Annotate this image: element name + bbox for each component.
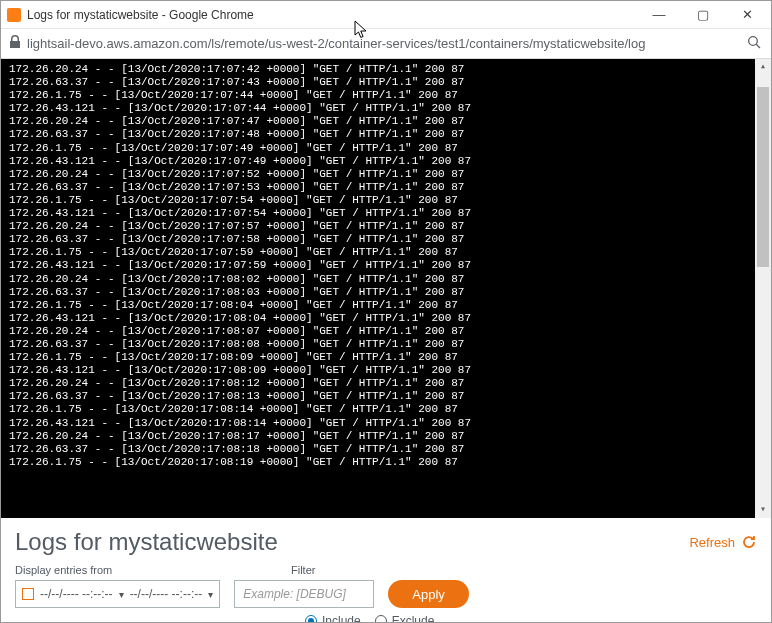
address-bar: lightsail-devo.aws.amazon.com/ls/remote/… — [1, 29, 771, 59]
exclude-label: Exclude — [392, 614, 435, 623]
page-title: Logs for mystaticwebsite — [15, 528, 278, 556]
include-radio[interactable]: Include — [305, 614, 361, 623]
apply-button[interactable]: Apply — [388, 580, 469, 608]
url-text[interactable]: lightsail-devo.aws.amazon.com/ls/remote/… — [27, 36, 741, 51]
log-output[interactable]: 172.26.20.24 - - [13/Oct/2020:17:07:42 +… — [1, 59, 771, 518]
window-titlebar: Logs for mystaticwebsite - Google Chrome… — [1, 1, 771, 29]
refresh-button[interactable]: Refresh — [689, 534, 757, 550]
search-icon[interactable] — [747, 35, 761, 52]
radio-checked-icon — [305, 615, 317, 623]
chevron-down-icon: ▾ — [119, 589, 124, 600]
svg-point-0 — [749, 37, 758, 46]
calendar-icon — [22, 588, 34, 600]
app-icon — [7, 8, 21, 22]
scroll-up-arrow[interactable]: ▴ — [755, 59, 771, 75]
scrollbar[interactable]: ▴ ▾ — [755, 59, 771, 518]
window-buttons: — ▢ ✕ — [637, 2, 769, 28]
lock-icon — [9, 35, 21, 52]
refresh-icon — [741, 534, 757, 550]
scroll-down-arrow[interactable]: ▾ — [755, 502, 771, 518]
display-from-label: Display entries from — [15, 564, 271, 576]
log-text: 172.26.20.24 - - [13/Oct/2020:17:07:42 +… — [9, 63, 763, 469]
filter-label: Filter — [291, 564, 315, 576]
radio-unchecked-icon — [375, 615, 387, 623]
date-from-field[interactable]: --/--/---- --:--:-- ▾ --/--/---- --:--:-… — [15, 580, 220, 608]
date-to-value: --/--/---- --:--:-- — [130, 587, 203, 601]
include-label: Include — [322, 614, 361, 623]
exclude-radio[interactable]: Exclude — [375, 614, 435, 623]
minimize-button[interactable]: — — [637, 2, 681, 28]
controls-panel: Logs for mystaticwebsite Refresh Display… — [1, 518, 771, 623]
filter-input[interactable] — [234, 580, 374, 608]
refresh-label: Refresh — [689, 535, 735, 550]
scrollbar-thumb[interactable] — [757, 87, 769, 267]
chevron-down-icon: ▾ — [208, 589, 213, 600]
close-button[interactable]: ✕ — [725, 2, 769, 28]
date-from-value: --/--/---- --:--:-- — [40, 587, 113, 601]
svg-line-1 — [756, 44, 760, 48]
maximize-button[interactable]: ▢ — [681, 2, 725, 28]
window-title: Logs for mystaticwebsite - Google Chrome — [27, 8, 637, 22]
